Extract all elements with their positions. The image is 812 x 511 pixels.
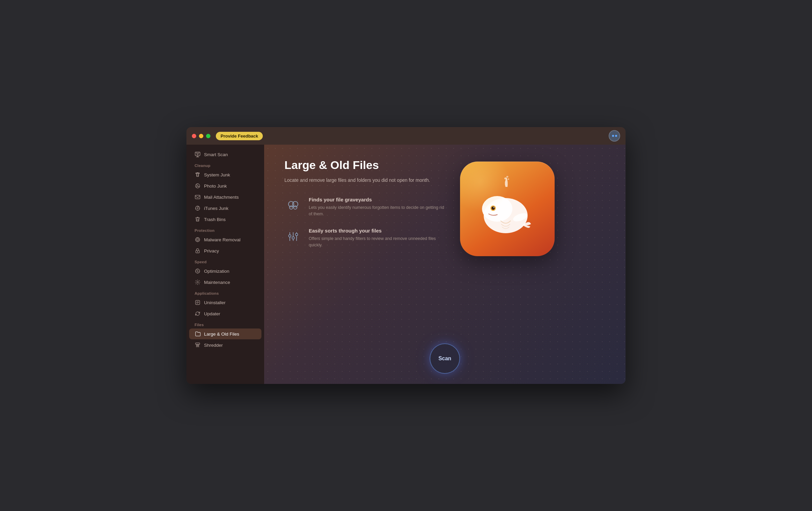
updater-label: Updater — [204, 311, 220, 316]
svg-point-12 — [197, 270, 198, 272]
traffic-lights — [192, 134, 210, 138]
svg-point-33 — [482, 196, 512, 222]
main-content: Smart Scan Cleanup System Junk — [186, 145, 626, 384]
feature-file-graveyards: Finds your file graveyards Lets you easi… — [284, 197, 447, 217]
large-old-files-icon — [195, 331, 201, 337]
avatar-icon — [612, 135, 617, 137]
feature-sorts-title: Easily sorts through your files — [309, 228, 447, 234]
privacy-label: Privacy — [204, 248, 219, 253]
sidebar-item-optimization[interactable]: Optimization — [189, 266, 261, 276]
app-window: Provide Feedback Smart Scan Clean — [186, 127, 626, 384]
maintenance-label: Maintenance — [204, 280, 230, 285]
photo-junk-icon — [195, 183, 201, 189]
file-graveyards-icon — [286, 198, 301, 213]
svg-point-21 — [289, 206, 293, 209]
svg-point-6 — [197, 208, 198, 209]
svg-point-22 — [294, 206, 297, 209]
malware-removal-label: Malware Removal — [204, 237, 240, 242]
smart-scan-icon — [195, 151, 201, 157]
svg-point-30 — [506, 176, 508, 178]
malware-removal-icon — [195, 237, 201, 243]
applications-section-label: Applications — [186, 288, 264, 297]
content-row: Large & Old Files Locate and remove larg… — [284, 158, 605, 333]
system-junk-label: System Junk — [204, 172, 230, 177]
uninstaller-label: Uninstaller — [204, 300, 226, 305]
feature-graveyards-text: Finds your file graveyards Lets you easi… — [309, 197, 447, 217]
svg-point-27 — [292, 237, 295, 239]
trash-bins-icon — [195, 216, 201, 222]
sidebar-item-maintenance[interactable]: Maintenance — [189, 277, 261, 288]
svg-rect-0 — [195, 152, 200, 156]
mail-attachments-icon — [195, 194, 201, 200]
sidebar-item-smart-scan[interactable]: Smart Scan — [189, 149, 261, 160]
itunes-junk-icon — [195, 205, 201, 211]
feature-graveyards-description: Lets you easily identify numerous forgot… — [309, 204, 447, 217]
feature-graveyards-icon-wrap — [284, 197, 302, 214]
svg-point-8 — [197, 239, 198, 240]
maximize-button[interactable] — [206, 134, 210, 138]
sidebar-item-shredder[interactable]: Shredder — [189, 340, 261, 350]
minimize-button[interactable] — [199, 134, 203, 138]
svg-rect-4 — [195, 195, 200, 199]
svg-point-34 — [490, 205, 496, 211]
smart-scan-label: Smart Scan — [204, 152, 228, 157]
sidebar-item-privacy[interactable]: Privacy — [189, 245, 261, 256]
svg-point-16 — [197, 302, 198, 303]
sidebar-item-malware-removal[interactable]: Malware Removal — [189, 234, 261, 245]
sidebar-item-updater[interactable]: Updater — [189, 308, 261, 319]
shredder-icon — [195, 342, 201, 348]
system-junk-icon — [195, 172, 201, 178]
feature-sorts-description: Offers simple and handy filters to revie… — [309, 236, 447, 248]
svg-rect-18 — [196, 343, 200, 345]
svg-point-36 — [493, 207, 494, 208]
main-inner: Large & Old Files Locate and remove larg… — [264, 145, 626, 384]
feature-sorts-files: Easily sorts through your files Offers s… — [284, 228, 447, 248]
app-icon — [460, 162, 555, 256]
sidebar-item-photo-junk[interactable]: Photo Junk — [189, 180, 261, 191]
scan-button[interactable]: Scan — [430, 343, 460, 374]
sidebar: Smart Scan Cleanup System Junk — [186, 145, 264, 384]
optimization-label: Optimization — [204, 269, 229, 274]
svg-point-28 — [296, 234, 298, 236]
photo-junk-label: Photo Junk — [204, 184, 227, 189]
maintenance-icon — [195, 279, 201, 285]
page-description: Locate and remove large files and folder… — [284, 177, 447, 184]
svg-point-15 — [196, 302, 197, 303]
sidebar-item-itunes-junk[interactable]: iTunes Junk — [189, 203, 261, 214]
cleanup-section-label: Cleanup — [186, 160, 264, 169]
main-panel: Large & Old Files Locate and remove larg… — [264, 145, 626, 384]
svg-point-13 — [197, 282, 199, 283]
feature-sorts-text: Easily sorts through your files Offers s… — [309, 228, 447, 248]
app-icon-wrap — [460, 162, 555, 256]
files-section-label: Files — [186, 319, 264, 328]
uninstaller-icon — [195, 299, 201, 306]
shredder-label: Shredder — [204, 343, 223, 348]
avatar-button[interactable] — [609, 130, 620, 142]
feature-sorts-icon-wrap — [284, 228, 302, 245]
page-title: Large & Old Files — [284, 158, 447, 172]
itunes-junk-label: iTunes Junk — [204, 206, 228, 211]
scan-button-wrap: Scan — [284, 343, 605, 374]
titlebar: Provide Feedback — [186, 127, 626, 145]
sidebar-item-large-old-files[interactable]: Large & Old Files — [189, 328, 261, 339]
updater-icon — [195, 311, 201, 317]
whale-illustration — [470, 172, 544, 246]
feature-graveyards-title: Finds your file graveyards — [309, 197, 447, 202]
sidebar-item-system-junk[interactable]: System Junk — [189, 169, 261, 180]
trash-bins-label: Trash Bins — [204, 217, 226, 222]
privacy-icon — [195, 248, 201, 254]
large-old-files-label: Large & Old Files — [204, 332, 239, 337]
sidebar-item-mail-attachments[interactable]: Mail Attachments — [189, 192, 261, 202]
svg-point-31 — [508, 178, 509, 180]
mail-attachments-label: Mail Attachments — [204, 195, 239, 200]
svg-point-29 — [504, 177, 507, 179]
svg-point-17 — [198, 302, 199, 303]
speed-section-label: Speed — [186, 257, 264, 265]
svg-point-26 — [289, 235, 291, 237]
svg-point-10 — [197, 251, 198, 252]
sidebar-item-trash-bins[interactable]: Trash Bins — [189, 214, 261, 225]
feedback-button[interactable]: Provide Feedback — [216, 132, 263, 140]
sidebar-item-uninstaller[interactable]: Uninstaller — [189, 297, 261, 308]
close-button[interactable] — [192, 134, 196, 138]
svg-point-1 — [197, 153, 199, 155]
